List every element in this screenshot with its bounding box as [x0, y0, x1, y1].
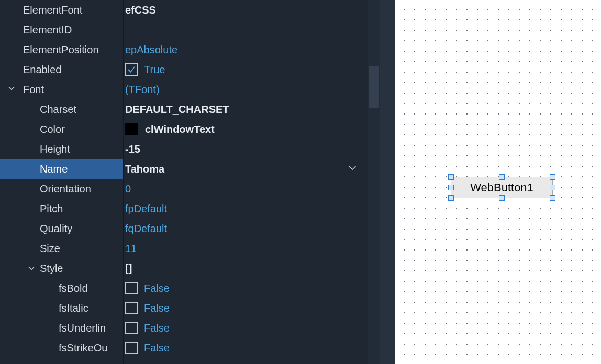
checkbox-fsbold[interactable]	[125, 282, 138, 294]
prop-label: Charset	[40, 104, 76, 116]
prop-value[interactable]: clWindowText	[145, 123, 215, 135]
color-swatch[interactable]	[125, 123, 138, 135]
prop-label: Font	[23, 84, 44, 96]
prop-row-font-orientation[interactable]: Orientation 0	[0, 179, 380, 199]
prop-label: Enabled	[23, 64, 61, 76]
designer-gutter: WebButton1	[380, 0, 601, 364]
prop-label: fsItalic	[59, 302, 88, 314]
prop-row-font-name[interactable]: Name Tahoma	[0, 159, 380, 179]
webbutton1-caption: WebButton1	[470, 181, 533, 195]
prop-row-elementid[interactable]: ElementID	[0, 20, 380, 40]
check-icon	[127, 65, 136, 74]
prop-label: fsBold	[59, 282, 88, 294]
prop-label: Name	[40, 163, 68, 175]
prop-value[interactable]: False	[144, 282, 170, 294]
prop-label: ElementFont	[23, 4, 82, 16]
prop-value[interactable]: (TFont)	[125, 84, 160, 96]
prop-row-font-charset[interactable]: Charset DEFAULT_CHARSET	[0, 99, 380, 119]
prop-row-elementfont[interactable]: ElementFont efCSS	[0, 0, 380, 20]
checkbox-fsitalic[interactable]	[125, 302, 138, 314]
prop-label: Size	[40, 243, 60, 255]
prop-value[interactable]: False	[144, 322, 170, 334]
scrollbar-track[interactable]	[368, 0, 380, 364]
prop-row-font-height[interactable]: Height -15	[0, 139, 380, 159]
prop-value[interactable]: []	[125, 263, 132, 275]
prop-row-fsunderline[interactable]: fsUnderlin False	[0, 318, 380, 338]
prop-row-font-quality[interactable]: Quality fqDefault	[0, 219, 380, 238]
prop-label: Orientation	[40, 183, 91, 195]
prop-value[interactable]: fpDefault	[125, 203, 167, 215]
prop-label: fsStrikeOu	[59, 342, 107, 354]
prop-row-font-color[interactable]: Color clWindowText	[0, 119, 380, 139]
resize-handle-mr[interactable]	[550, 185, 555, 190]
resize-handle-tr[interactable]	[550, 174, 555, 180]
chevron-down-icon[interactable]	[23, 263, 40, 274]
prop-label: Quality	[40, 223, 72, 235]
prop-value[interactable]: Tahoma	[125, 163, 164, 175]
prop-row-font-size[interactable]: Size 11	[0, 238, 380, 258]
prop-row-elementposition[interactable]: ElementPosition epAbsolute	[0, 40, 380, 60]
webbutton1-component[interactable]: WebButton1	[451, 177, 553, 198]
resize-handle-bm[interactable]	[499, 195, 505, 201]
resize-handle-br[interactable]	[550, 195, 555, 201]
scrollbar-thumb[interactable]	[369, 66, 379, 108]
prop-label: ElementID	[23, 24, 72, 36]
prop-row-font-pitch[interactable]: Pitch fpDefault	[0, 199, 380, 219]
prop-row-fsbold[interactable]: fsBold False	[0, 278, 380, 298]
prop-row-fsstrikeout[interactable]: fsStrikeOu False	[0, 338, 380, 358]
prop-label: ElementPosition	[23, 44, 99, 56]
resize-handle-bl[interactable]	[448, 195, 454, 201]
column-divider[interactable]	[123, 0, 124, 364]
prop-value[interactable]: efCSS	[125, 4, 156, 16]
resize-handle-tm[interactable]	[499, 174, 505, 180]
prop-value[interactable]: 11	[125, 243, 137, 255]
prop-value[interactable]: True	[144, 64, 165, 76]
prop-label: Color	[40, 123, 65, 135]
prop-value[interactable]: -15	[125, 143, 140, 155]
prop-label: fsUnderlin	[59, 322, 106, 334]
prop-row-enabled[interactable]: Enabled True	[0, 60, 380, 79]
prop-label: Height	[40, 143, 70, 155]
checkbox-fsunderline[interactable]	[125, 322, 138, 334]
resize-handle-tl[interactable]	[448, 174, 454, 180]
prop-value[interactable]: fqDefault	[125, 223, 167, 235]
checkbox-fsstrikeout[interactable]	[125, 342, 138, 354]
prop-row-font[interactable]: Font (TFont)	[0, 79, 380, 99]
prop-value[interactable]: DEFAULT_CHARSET	[125, 104, 229, 116]
resize-handle-ml[interactable]	[448, 185, 454, 190]
checkbox-enabled[interactable]	[125, 63, 138, 76]
chevron-down-icon[interactable]	[347, 162, 358, 176]
form-designer-surface[interactable]: WebButton1	[395, 0, 601, 364]
prop-value[interactable]: 0	[125, 183, 131, 195]
prop-row-fsitalic[interactable]: fsItalic False	[0, 298, 380, 318]
prop-label: Style	[40, 263, 63, 275]
property-inspector-panel: ElementFont efCSS ElementID	[0, 0, 380, 364]
chevron-down-icon[interactable]	[6, 83, 17, 96]
prop-label: Pitch	[40, 203, 63, 215]
prop-value[interactable]: False	[144, 342, 170, 354]
prop-row-font-style[interactable]: Style []	[0, 258, 380, 278]
prop-value[interactable]: epAbsolute	[125, 44, 177, 56]
prop-value[interactable]: False	[144, 302, 170, 314]
